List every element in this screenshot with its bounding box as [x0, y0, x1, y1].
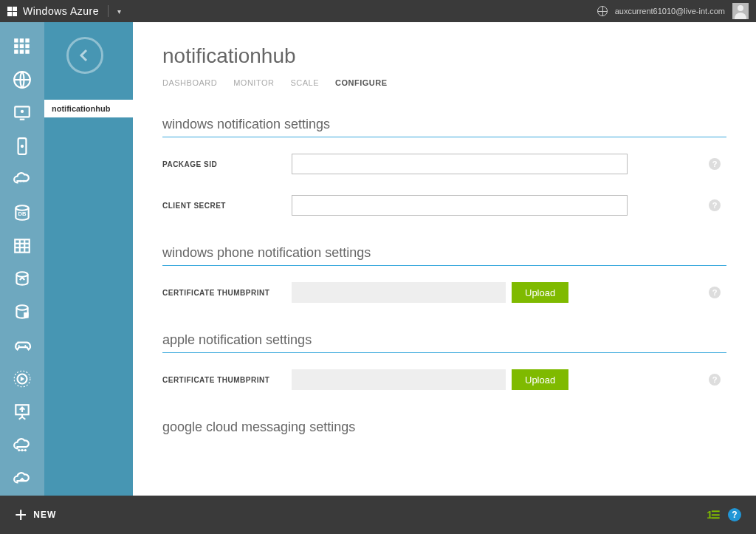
- bottom-bar: + NEW 1☰ ?: [0, 496, 756, 534]
- all-items-icon[interactable]: [11, 35, 33, 57]
- svg-rect-5: [25, 44, 29, 47]
- page-title: notificationhub: [162, 44, 726, 68]
- readonly-wp-cert: [292, 282, 506, 303]
- svg-point-24: [16, 272, 27, 277]
- game-services-icon[interactable]: [11, 335, 33, 357]
- label-client-secret: CLIENT SECRET: [162, 202, 292, 210]
- tab-configure[interactable]: CONFIGURE: [335, 78, 388, 87]
- subnav-item-notificationhub[interactable]: notificationhub: [44, 100, 133, 117]
- svg-rect-0: [14, 38, 18, 42]
- label-wp-cert: CERTIFICATE THUMBPRINT: [162, 289, 292, 297]
- label-package-sid: PACKAGE SID: [162, 160, 292, 168]
- help-icon[interactable]: ?: [709, 199, 721, 211]
- main-wrap: DB notificationhub notificationhub DASHB…: [0, 22, 756, 496]
- content-area: notificationhub DASHBOARD MONITOR SCALE …: [133, 22, 756, 496]
- sidebar: DB: [0, 22, 44, 496]
- new-label: NEW: [33, 510, 56, 520]
- svg-rect-3: [14, 44, 18, 47]
- section-apple-notification: apple notification settings CERTIFICATE …: [162, 332, 726, 390]
- status-count: 1: [707, 509, 711, 521]
- svg-point-28: [24, 345, 26, 346]
- help-button[interactable]: ?: [728, 508, 741, 521]
- svg-rect-6: [14, 49, 18, 53]
- sql-databases-icon[interactable]: DB: [11, 202, 33, 223]
- svg-rect-4: [20, 44, 24, 47]
- status-indicator-icon[interactable]: 1☰: [707, 509, 719, 521]
- svg-point-16: [23, 180, 25, 182]
- bottom-right: 1☰ ?: [707, 508, 741, 521]
- upload-button-wp[interactable]: Upload: [512, 282, 568, 303]
- svg-rect-8: [25, 49, 29, 53]
- svg-point-25: [16, 305, 27, 310]
- help-icon[interactable]: ?: [709, 158, 721, 170]
- web-sites-icon[interactable]: [11, 69, 33, 90]
- svg-marker-30: [21, 377, 24, 382]
- help-icon[interactable]: ?: [709, 374, 721, 386]
- svg-rect-19: [15, 239, 30, 252]
- new-button[interactable]: + NEW: [15, 504, 56, 525]
- addons-icon[interactable]: [11, 468, 33, 490]
- field-client-secret: CLIENT SECRET ?: [162, 195, 726, 216]
- media-services-icon[interactable]: [11, 302, 33, 324]
- section-windows-phone-notification: windows phone notification settings CERT…: [162, 245, 726, 303]
- mobile-services-icon[interactable]: [11, 135, 33, 157]
- svg-point-15: [20, 180, 22, 182]
- virtual-machines-icon[interactable]: [11, 102, 33, 123]
- svg-rect-11: [20, 118, 25, 120]
- plus-icon: +: [15, 504, 27, 525]
- section-gcm: google cloud messaging settings: [162, 420, 726, 435]
- tab-scale[interactable]: SCALE: [290, 78, 319, 87]
- storage-icon[interactable]: [11, 235, 33, 256]
- top-bar: Windows Azure ▾ auxcurrent61010@live-int…: [0, 0, 756, 22]
- svg-point-14: [21, 145, 24, 148]
- svg-rect-2: [25, 38, 29, 42]
- tab-dashboard[interactable]: DASHBOARD: [162, 78, 217, 87]
- svg-rect-26: [24, 312, 28, 318]
- field-apple-cert-thumbprint: CERTIFICATE THUMBPRINT Upload ?: [162, 369, 726, 390]
- user-email-label[interactable]: auxcurrent61010@live-int.com: [615, 7, 725, 16]
- section-title-apple: apple notification settings: [162, 332, 726, 348]
- section-title-wp: windows phone notification settings: [162, 245, 726, 261]
- section-rule: [162, 265, 726, 266]
- readonly-apple-cert: [292, 369, 506, 390]
- traffic-manager-icon[interactable]: [11, 402, 33, 423]
- section-title-windows: windows notification settings: [162, 117, 726, 132]
- section-rule: [162, 137, 726, 137]
- subnav: notificationhub: [44, 22, 133, 496]
- input-client-secret[interactable]: [292, 195, 628, 216]
- section-rule: [162, 352, 726, 353]
- networks-icon[interactable]: [11, 435, 33, 456]
- section-windows-notification: windows notification settings PACKAGE SI…: [162, 117, 726, 216]
- label-apple-cert: CERTIFICATE THUMBPRINT: [162, 376, 292, 384]
- section-title-gcm: google cloud messaging settings: [162, 420, 726, 435]
- windows-logo-icon: [7, 7, 17, 16]
- input-package-sid[interactable]: [292, 154, 628, 174]
- avatar-icon[interactable]: [732, 3, 749, 19]
- hdinsight-icon[interactable]: [11, 269, 33, 290]
- field-package-sid: PACKAGE SID ?: [162, 154, 726, 174]
- svg-point-12: [21, 109, 24, 112]
- subscription-dropdown-icon[interactable]: ▾: [117, 7, 121, 16]
- topbar-left: Windows Azure ▾: [7, 5, 121, 17]
- back-button[interactable]: [66, 37, 103, 74]
- help-icon[interactable]: ?: [709, 287, 721, 298]
- globe-icon[interactable]: [597, 6, 608, 16]
- service-bus-icon[interactable]: [11, 369, 33, 390]
- topbar-divider: [108, 5, 109, 17]
- topbar-right: auxcurrent61010@live-int.com: [597, 3, 749, 19]
- svg-point-27: [18, 345, 20, 346]
- svg-point-17: [16, 205, 28, 210]
- brand-label: Windows Azure: [23, 5, 99, 17]
- tab-monitor[interactable]: MONITOR: [233, 78, 274, 87]
- svg-rect-7: [20, 49, 24, 53]
- field-wp-cert-thumbprint: CERTIFICATE THUMBPRINT Upload ?: [162, 282, 726, 303]
- svg-text:DB: DB: [18, 210, 27, 217]
- svg-rect-1: [20, 38, 24, 42]
- tab-bar: DASHBOARD MONITOR SCALE CONFIGURE: [162, 78, 726, 87]
- upload-button-apple[interactable]: Upload: [512, 369, 568, 390]
- cloud-services-icon[interactable]: [11, 168, 33, 190]
